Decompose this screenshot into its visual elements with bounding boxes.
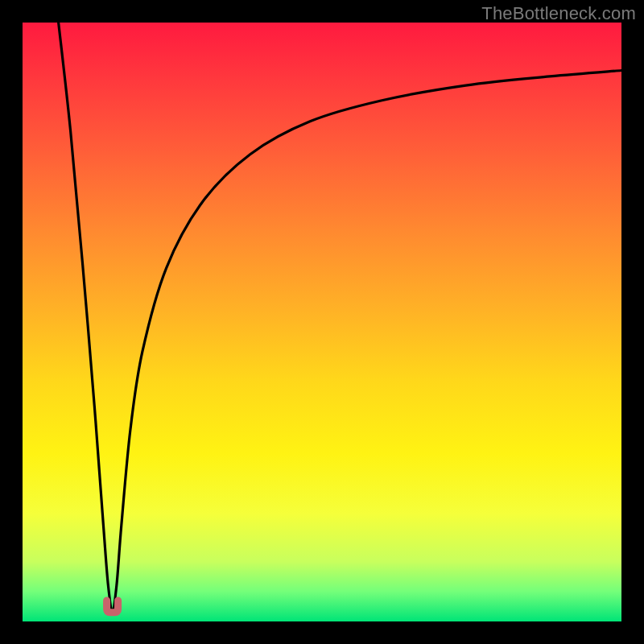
- watermark-text: TheBottleneck.com: [481, 3, 636, 24]
- bottleneck-curve: [59, 23, 621, 609]
- curve-layer: [23, 23, 621, 621]
- chart-container: TheBottleneck.com: [0, 0, 644, 644]
- cusp-marker: [107, 601, 118, 613]
- plot-area: [23, 23, 621, 621]
